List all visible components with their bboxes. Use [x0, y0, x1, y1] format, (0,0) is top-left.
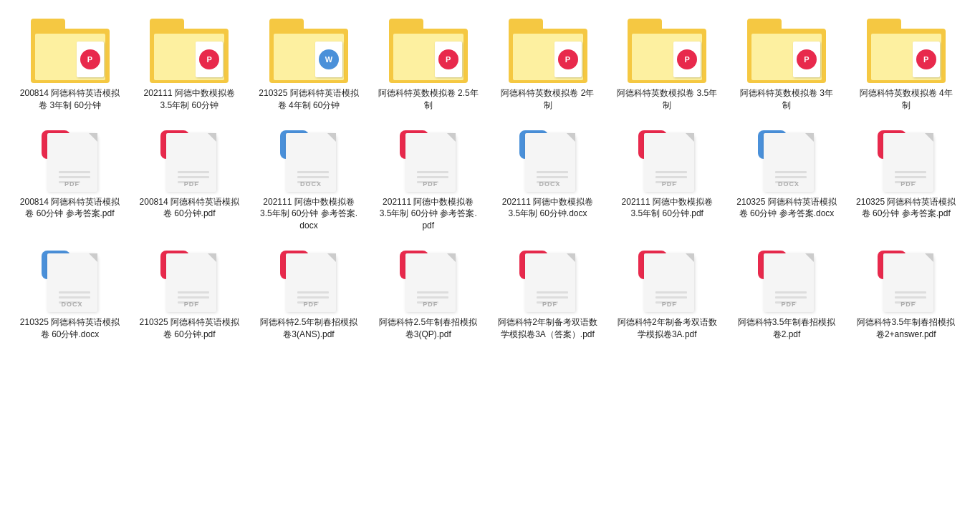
file-label: 阿德科特2.5年制春招模拟卷3(QP).pdf [378, 316, 479, 341]
file-label: 210325 阿德科特英语模拟卷 60分钟.pdf [139, 316, 239, 341]
doc-badge: W [319, 49, 339, 69]
file-label: 200814 阿德科特英语模拟卷 60分钟.pdf [139, 196, 239, 220]
doc-icon: W DOCX [519, 127, 577, 192]
file-label: 阿德科特英数模拟卷 2年制 [498, 87, 598, 112]
file-item[interactable]: W DOCX 210325 阿德科特英语模拟卷 60分钟 参考答案.docx [731, 123, 842, 236]
doc-icon: P PDF [638, 248, 696, 312]
doc-icon: P PDF [400, 127, 457, 192]
file-item[interactable]: P PDF 阿德科特3.5年制春招模拟卷2.pdf [731, 243, 842, 345]
doc-icon: P PDF [878, 127, 935, 192]
file-label: 阿德科特英数模拟卷 3.5年制 [617, 87, 717, 112]
file-item[interactable]: P PDF 阿德科特2年制备考双语数学模拟卷3A.pdf [612, 243, 723, 345]
file-item[interactable]: W DOCX 202111 阿德中数模拟卷 3.5年制 60分钟 参考答案.do… [254, 123, 365, 236]
file-label: 阿德科特2.5年制春招模拟卷3(ANS).pdf [259, 316, 359, 341]
file-item[interactable]: P 202111 阿德中数模拟卷 3.5年制 60分钟 [134, 14, 245, 116]
folder-icon: P [31, 19, 110, 83]
file-item[interactable]: W DOCX 210325 阿德科特英语模拟卷 60分钟.docx [14, 243, 125, 345]
file-label: 阿德科特英数模拟卷 2.5年制 [378, 87, 479, 112]
folder-icon: P [389, 19, 468, 83]
doc-badge: P [677, 49, 697, 69]
file-item[interactable]: P 阿德科特英数模拟卷 3年制 [731, 14, 842, 116]
file-label: 210325 阿德科特英语模拟卷 60分钟 参考答案.docx [736, 196, 837, 220]
file-item[interactable]: P 200814 阿德科特英语模拟卷 3年制 60分钟 [14, 14, 125, 116]
doc-icon: P PDF [160, 248, 218, 312]
doc-badge: P [80, 49, 100, 69]
file-label: 202111 阿德中数模拟卷 3.5年制 60分钟 [139, 87, 239, 112]
file-item[interactable]: P PDF 阿德科特2年制备考双语数学模拟卷3A（答案）.pdf [492, 243, 603, 345]
folder-icon: P [509, 19, 587, 83]
file-item[interactable]: P PDF 210325 阿德科特英语模拟卷 60分钟 参考答案.pdf [850, 123, 961, 236]
doc-badge: P [916, 49, 936, 69]
doc-icon: W DOCX [280, 127, 337, 192]
doc-icon: W DOCX [42, 248, 99, 312]
file-label: 202111 阿德中数模拟卷 3.5年制 60分钟 参考答案.pdf [378, 196, 479, 232]
file-label: 202111 阿德中数模拟卷 3.5年制 60分钟 参考答案.docx [259, 196, 359, 232]
file-item[interactable]: P PDF 210325 阿德科特英语模拟卷 60分钟.pdf [134, 243, 245, 345]
file-label: 阿德科特英数模拟卷 4年制 [856, 87, 956, 112]
file-item[interactable]: P PDF 200814 阿德科特英语模拟卷 60分钟 参考答案.pdf [14, 123, 125, 236]
folder-icon: W [269, 19, 348, 83]
file-label: 200814 阿德科特英语模拟卷 60分钟 参考答案.pdf [20, 196, 120, 220]
file-label: 阿德科特2年制备考双语数学模拟卷3A（答案）.pdf [498, 316, 598, 341]
file-label: 210325 阿德科特英语模拟卷 60分钟.docx [20, 316, 120, 341]
file-item[interactable]: P PDF 阿德科特2.5年制春招模拟卷3(QP).pdf [373, 243, 484, 345]
file-grid: P 200814 阿德科特英语模拟卷 3年制 60分钟 P 202111 阿德中… [14, 14, 966, 345]
file-item[interactable]: P PDF 202111 阿德中数模拟卷 3.5年制 60分钟 参考答案.pdf [373, 123, 484, 236]
file-label: 阿德科特3.5年制春招模拟卷2.pdf [736, 316, 837, 341]
folder-icon: P [150, 19, 229, 83]
file-item[interactable]: P 阿德科特英数模拟卷 2.5年制 [373, 14, 484, 116]
folder-icon: P [747, 19, 826, 83]
doc-icon: P PDF [519, 248, 577, 312]
file-item[interactable]: P 阿德科特英数模拟卷 2年制 [492, 14, 603, 116]
file-item[interactable]: P PDF 阿德科特3.5年制春招模拟卷2+answer.pdf [850, 243, 961, 345]
file-item[interactable]: P PDF 202111 阿德中数模拟卷 3.5年制 60分钟.pdf [612, 123, 723, 236]
file-label: 202111 阿德中数模拟卷 3.5年制 60分钟.docx [498, 196, 598, 220]
doc-badge: P [438, 49, 458, 69]
doc-icon: W DOCX [758, 127, 815, 192]
file-item[interactable]: P 阿德科特英数模拟卷 4年制 [850, 14, 961, 116]
file-label: 阿德科特3.5年制春招模拟卷2+answer.pdf [856, 316, 956, 341]
doc-icon: P PDF [758, 248, 815, 312]
folder-icon: P [867, 19, 946, 83]
file-label: 阿德科特2年制备考双语数学模拟卷3A.pdf [617, 316, 717, 341]
file-item[interactable]: W DOCX 202111 阿德中数模拟卷 3.5年制 60分钟.docx [492, 123, 603, 236]
file-label: 200814 阿德科特英语模拟卷 3年制 60分钟 [20, 87, 120, 112]
file-label: 210325 阿德科特英语模拟卷 60分钟 参考答案.pdf [856, 196, 956, 220]
file-label: 210325 阿德科特英语模拟卷 4年制 60分钟 [259, 87, 359, 112]
doc-icon: P PDF [160, 127, 218, 192]
file-item[interactable]: W 210325 阿德科特英语模拟卷 4年制 60分钟 [254, 14, 365, 116]
file-label: 阿德科特英数模拟卷 3年制 [736, 87, 837, 112]
doc-badge: P [797, 49, 817, 69]
file-item[interactable]: P PDF 阿德科特2.5年制春招模拟卷3(ANS).pdf [254, 243, 365, 345]
folder-icon: P [628, 19, 706, 83]
doc-icon: P PDF [42, 127, 99, 192]
file-item[interactable]: P 阿德科特英数模拟卷 3.5年制 [612, 14, 723, 116]
file-item[interactable]: P PDF 200814 阿德科特英语模拟卷 60分钟.pdf [134, 123, 245, 236]
doc-icon: P PDF [878, 248, 935, 312]
doc-icon: P PDF [400, 248, 457, 312]
file-label: 202111 阿德中数模拟卷 3.5年制 60分钟.pdf [617, 196, 717, 220]
doc-icon: P PDF [638, 127, 696, 192]
doc-icon: P PDF [280, 248, 337, 312]
doc-badge: P [558, 49, 578, 69]
doc-badge: P [199, 49, 219, 69]
